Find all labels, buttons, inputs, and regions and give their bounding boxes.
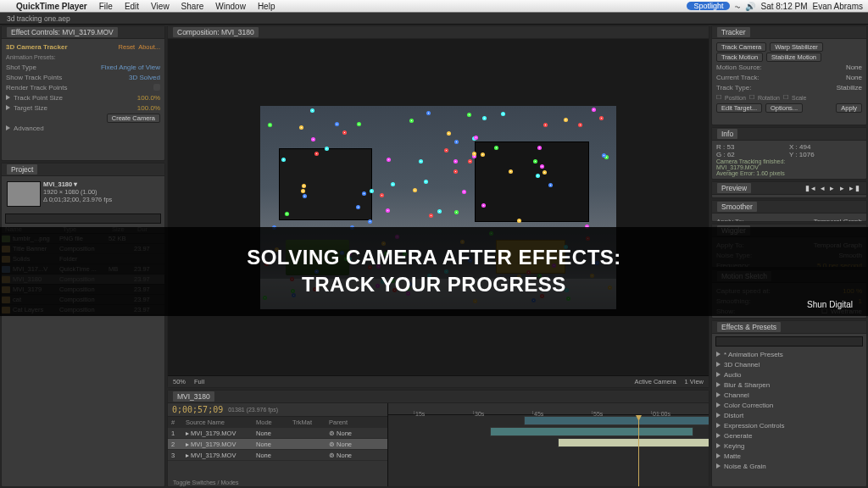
track-point[interactable] bbox=[268, 123, 272, 127]
track-point[interactable] bbox=[429, 214, 433, 218]
track-point[interactable] bbox=[413, 188, 417, 192]
track-point[interactable] bbox=[564, 118, 568, 122]
track-point[interactable] bbox=[311, 137, 315, 141]
track-point[interactable] bbox=[454, 210, 459, 214]
effect-category[interactable]: Keying bbox=[716, 441, 862, 451]
options-button[interactable]: Options... bbox=[765, 103, 803, 113]
track-camera-button[interactable]: Track Camera bbox=[716, 42, 766, 52]
menu-file[interactable]: File bbox=[93, 2, 119, 11]
menu-window[interactable]: Window bbox=[209, 2, 252, 11]
effect-category[interactable]: Channel bbox=[716, 390, 862, 400]
user-name[interactable]: Evan Abrams bbox=[813, 2, 863, 11]
track-point[interactable] bbox=[592, 108, 596, 112]
effect-category[interactable]: Audio bbox=[716, 369, 862, 380]
track-point[interactable] bbox=[342, 130, 347, 135]
track-point[interactable] bbox=[517, 219, 521, 223]
warp-stabilizer-button[interactable]: Warp Stabilizer bbox=[770, 42, 823, 52]
track-point[interactable] bbox=[474, 136, 478, 140]
track-point[interactable] bbox=[453, 159, 458, 164]
tracker-tab[interactable]: Tracker bbox=[717, 27, 750, 37]
chevron-right-icon[interactable] bbox=[6, 125, 10, 130]
track-point[interactable] bbox=[391, 182, 395, 186]
track-point[interactable] bbox=[543, 123, 548, 127]
layer-bar[interactable] bbox=[490, 427, 693, 436]
track-point[interactable] bbox=[303, 194, 307, 198]
track-point[interactable] bbox=[437, 209, 442, 214]
track-point[interactable] bbox=[281, 158, 286, 162]
effect-category[interactable]: 3D Channel bbox=[716, 359, 862, 369]
menu-share[interactable]: Share bbox=[175, 2, 210, 11]
track-point[interactable] bbox=[578, 123, 582, 127]
timecode[interactable]: 0;00;57;09 bbox=[172, 405, 223, 414]
timeline-tab[interactable]: MVI_3180 bbox=[173, 391, 214, 402]
app-menu[interactable]: QuickTime Player bbox=[10, 2, 93, 11]
track-point[interactable] bbox=[602, 153, 606, 158]
timeline-layer[interactable]: 1▸ MVI_3179.MOVNone⊚ None bbox=[168, 428, 387, 439]
track-point[interactable] bbox=[444, 148, 448, 152]
composition-viewer[interactable] bbox=[168, 39, 709, 375]
layer-bar[interactable] bbox=[558, 438, 709, 447]
track-point[interactable] bbox=[424, 180, 428, 184]
effect-title[interactable]: 3D Camera Tracker bbox=[6, 43, 68, 51]
composition-tab[interactable]: Composition: MVI_3180 bbox=[173, 27, 259, 37]
stabilize-motion-button[interactable]: Stabilize Motion bbox=[766, 53, 821, 62]
effect-category[interactable]: * Animation Presets bbox=[716, 349, 862, 359]
track-point[interactable] bbox=[387, 158, 391, 162]
layer-bar[interactable] bbox=[524, 416, 709, 425]
track-point[interactable] bbox=[357, 122, 361, 126]
track-point[interactable] bbox=[386, 208, 390, 213]
track-point[interactable] bbox=[426, 111, 431, 115]
track-point[interactable] bbox=[542, 170, 547, 175]
menu-help[interactable]: Help bbox=[252, 2, 281, 11]
track-point[interactable] bbox=[368, 219, 372, 224]
preview-tab[interactable]: Preview bbox=[717, 183, 751, 193]
track-point[interactable] bbox=[509, 169, 513, 174]
track-point[interactable] bbox=[419, 159, 423, 164]
track-point[interactable] bbox=[453, 169, 458, 174]
track-point[interactable] bbox=[380, 193, 384, 197]
track-point[interactable] bbox=[447, 131, 451, 136]
effect-category[interactable]: Distort bbox=[716, 410, 862, 420]
effect-category[interactable]: Blur & Sharpen bbox=[716, 380, 862, 390]
chevron-right-icon[interactable] bbox=[6, 105, 10, 110]
effects-search[interactable] bbox=[715, 336, 863, 347]
track-point[interactable] bbox=[533, 159, 537, 164]
menu-edit[interactable]: Edit bbox=[119, 2, 145, 11]
track-point[interactable] bbox=[302, 184, 306, 188]
track-point[interactable] bbox=[482, 116, 487, 120]
about-link[interactable]: About... bbox=[138, 43, 160, 51]
track-point[interactable] bbox=[468, 159, 472, 164]
timeline-layer[interactable]: 2▸ MVI_3179.MOVNone⊚ None bbox=[168, 439, 387, 450]
track-motion-button[interactable]: Track Motion bbox=[716, 53, 763, 62]
wifi-icon[interactable]: ⏦ bbox=[735, 2, 740, 11]
track-point[interactable] bbox=[356, 205, 360, 209]
playhead[interactable] bbox=[638, 415, 639, 486]
track-point[interactable] bbox=[494, 146, 498, 150]
apply-button[interactable]: Apply bbox=[836, 103, 862, 113]
effect-controls-tab[interactable]: Effect Controls: MVI_3179.MOV bbox=[7, 27, 118, 37]
volume-icon[interactable]: 🔊 bbox=[745, 2, 755, 11]
menu-view[interactable]: View bbox=[145, 2, 175, 11]
create-camera-button[interactable]: Create Camera bbox=[107, 114, 160, 123]
track-point[interactable] bbox=[599, 116, 604, 120]
track-point[interactable] bbox=[335, 122, 339, 126]
track-point[interactable] bbox=[370, 189, 374, 193]
track-point[interactable] bbox=[409, 119, 414, 123]
effect-category[interactable]: Noise & Grain bbox=[716, 461, 862, 471]
effect-category[interactable]: Color Correction bbox=[716, 400, 862, 410]
reset-link[interactable]: Reset bbox=[119, 43, 136, 51]
effect-category[interactable]: Matte bbox=[716, 451, 862, 461]
chevron-right-icon[interactable] bbox=[6, 95, 10, 100]
track-point[interactable] bbox=[454, 140, 459, 144]
project-tab[interactable]: Project bbox=[7, 164, 37, 175]
track-point[interactable] bbox=[310, 108, 314, 113]
info-tab[interactable]: Info bbox=[717, 129, 737, 139]
effect-category[interactable]: Expression Controls bbox=[716, 420, 862, 430]
track-point[interactable] bbox=[299, 125, 303, 130]
edit-target-button[interactable]: Edit Target... bbox=[716, 103, 762, 113]
track-point[interactable] bbox=[314, 152, 319, 156]
effect-category[interactable]: Generate bbox=[716, 430, 862, 441]
spotlight[interactable]: Spotlight bbox=[687, 2, 730, 10]
track-point[interactable] bbox=[462, 190, 466, 194]
track-point[interactable] bbox=[501, 112, 505, 116]
